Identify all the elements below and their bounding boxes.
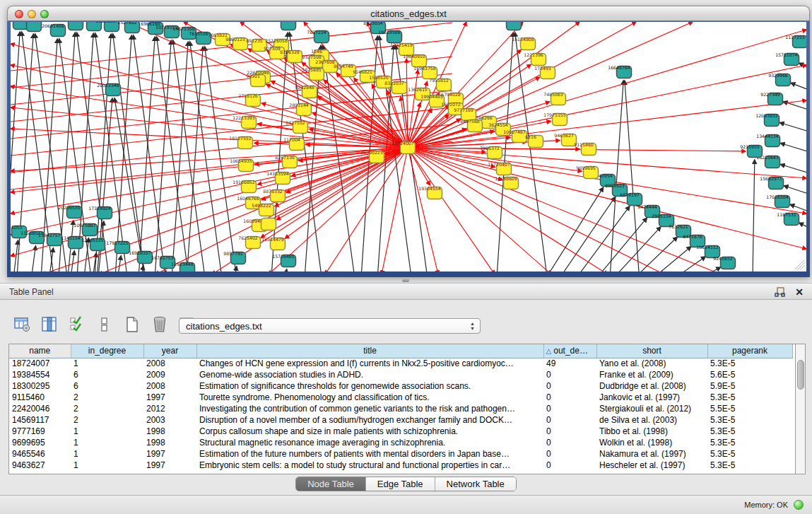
graph-node-yellow[interactable]: 9115460 bbox=[574, 142, 596, 156]
graph-node-yellow[interactable]: 2803144 bbox=[289, 103, 311, 116]
window-titlebar[interactable]: citations_edges.txt bbox=[7, 6, 810, 21]
graph-node-yellow[interactable]: 16154808 bbox=[512, 37, 535, 50]
graph-node-teal[interactable]: 7857224 bbox=[307, 30, 329, 43]
table-cell[interactable]: 0 bbox=[543, 392, 596, 403]
table-cell[interactable]: Structural magnetic resonance image aver… bbox=[196, 437, 543, 448]
table-cell[interactable]: Changes of HCN gene expression and I(f) … bbox=[196, 358, 543, 369]
graph-node-teal[interactable]: 16648784 bbox=[608, 65, 631, 78]
graph-node-teal[interactable]: 19218506 bbox=[378, 30, 401, 43]
table-cell[interactable]: 1 bbox=[71, 426, 143, 437]
column-header-title[interactable]: title bbox=[196, 344, 543, 358]
table-scrollbar-thumb[interactable] bbox=[797, 360, 804, 390]
graph-node-teal[interactable]: 9245652 bbox=[713, 256, 735, 269]
graph-node-teal[interactable]: 1145154 bbox=[61, 235, 83, 249]
table-cell[interactable]: 6 bbox=[71, 369, 143, 380]
column-header-in_degree[interactable]: in_degree bbox=[71, 344, 143, 358]
graph-node-yellow[interactable]: 7955812 bbox=[429, 78, 451, 91]
table-cell[interactable]: Wolkin et al. (1998) bbox=[596, 437, 707, 448]
graph-node-teal[interactable]: 20691406 bbox=[42, 23, 65, 37]
table-cell[interactable]: 9463627 bbox=[9, 460, 71, 471]
table-cell[interactable]: 2 bbox=[71, 414, 143, 426]
table-cell[interactable]: 9777169 bbox=[9, 426, 71, 437]
table-cell[interactable]: Stergiakouli et al. (2012) bbox=[596, 403, 707, 414]
table-cell[interactable]: 1 bbox=[71, 437, 143, 448]
table-cell[interactable]: 18300295 bbox=[9, 380, 71, 392]
canvas-resize-grip[interactable] bbox=[795, 260, 805, 270]
graph-node-teal[interactable]: 17957225 bbox=[106, 240, 129, 254]
table-cell[interactable]: 49 bbox=[543, 358, 596, 369]
table-cell[interactable]: 5.3E-5 bbox=[707, 460, 792, 471]
table-cell[interactable]: Investigating the contribution of common… bbox=[196, 403, 543, 414]
graph-node-teal[interactable]: 9329966 bbox=[768, 73, 790, 86]
table-row[interactable]: 946362711997Embryonic stem cells: a mode… bbox=[9, 460, 792, 471]
graph-node-teal[interactable]: 14055724 bbox=[11, 22, 28, 30]
graph-node-teal[interactable]: 1527602 bbox=[117, 22, 139, 33]
column-header-name[interactable]: name bbox=[9, 344, 71, 358]
table-cell[interactable]: 0 bbox=[543, 426, 596, 437]
table-cell[interactable]: 5.3E-5 bbox=[707, 426, 792, 437]
graph-node-teal[interactable]: 9215955 bbox=[740, 144, 762, 158]
table-cell[interactable]: Yano et al. (2008) bbox=[596, 358, 707, 369]
table-cell[interactable]: 9115460 bbox=[9, 392, 71, 403]
table-cell[interactable]: 0 bbox=[543, 403, 596, 414]
table-cell[interactable]: 1997 bbox=[143, 460, 196, 471]
table-cell[interactable]: 0 bbox=[543, 437, 596, 448]
table-cell[interactable]: 0 bbox=[543, 380, 596, 392]
table-row[interactable]: 1830029562008Estimation of significance … bbox=[9, 380, 792, 392]
table-cell[interactable]: Nakamura et al. (1997) bbox=[596, 448, 707, 460]
graph-node-teal[interactable]: 20053346 bbox=[97, 83, 120, 96]
graph-node-teal[interactable]: 12505135 bbox=[81, 238, 105, 251]
graph-node-yellow[interactable]: 8267130 bbox=[275, 155, 297, 168]
table-cell[interactable]: Estimation of the future numbers of pati… bbox=[196, 448, 543, 460]
table-row[interactable]: 2242004622012Investigating the contribut… bbox=[9, 403, 792, 414]
table-cell[interactable]: 5.3E-5 bbox=[707, 358, 792, 369]
graph-node-yellow[interactable]: 8878332 bbox=[263, 189, 285, 202]
graph-node-teal[interactable]: 15751074 bbox=[775, 52, 799, 66]
table-cell[interactable]: Tibbo et al. (1998) bbox=[596, 426, 707, 437]
graph-node-yellow[interactable] bbox=[261, 218, 276, 230]
table-cell[interactable]: Jankovic et al. (1997) bbox=[596, 392, 707, 403]
graph-node-yellow[interactable]: 25300223 bbox=[360, 150, 384, 163]
close-panel-icon[interactable]: ✕ bbox=[794, 286, 805, 298]
table-cell[interactable]: 9465546 bbox=[9, 448, 71, 460]
table-cell[interactable]: 0 bbox=[543, 448, 596, 460]
table-cell[interactable]: 1997 bbox=[143, 392, 196, 403]
graph-node-yellow[interactable]: 173493 bbox=[534, 66, 555, 79]
table-cell[interactable]: 19384554 bbox=[9, 369, 71, 380]
table-cell[interactable]: 5.9E-5 bbox=[707, 380, 792, 392]
graph-node-yellow[interactable]: 98901 bbox=[246, 74, 265, 87]
graph-node-teal[interactable]: 13444134 bbox=[756, 134, 779, 147]
tab-node-table[interactable]: Node Table bbox=[296, 477, 366, 491]
table-cell[interactable]: 2003 bbox=[143, 414, 196, 426]
table-cell[interactable]: Genome-wide association studies in ADHD. bbox=[196, 369, 543, 380]
table-row[interactable]: 1872400712008Changes of HCN gene express… bbox=[9, 358, 792, 369]
table-selector-dropdown[interactable]: citations_edges.txt ▲▼ bbox=[179, 318, 481, 334]
row-height-button[interactable] bbox=[95, 315, 114, 334]
table-row[interactable]: 969969511998Structural magnetic resonanc… bbox=[9, 437, 792, 448]
table-cell[interactable]: Tourette syndrome. Phenomenology and cla… bbox=[196, 392, 543, 403]
table-cell[interactable]: 2008 bbox=[143, 358, 196, 369]
graph-node-yellow[interactable]: 16914479 bbox=[261, 237, 285, 250]
table-cell[interactable]: 2012 bbox=[143, 403, 196, 414]
graph-node-teal[interactable]: 15716485 bbox=[272, 254, 295, 267]
table-cell[interactable]: 0 bbox=[543, 369, 596, 380]
table-cell[interactable]: Franke et al. (2009) bbox=[596, 369, 707, 380]
table-row[interactable]: 1456911722003Disruption of a novel membe… bbox=[9, 414, 792, 426]
table-cell[interactable]: 18724007 bbox=[9, 358, 71, 369]
graph-node-teal[interactable]: 10975887 bbox=[73, 223, 97, 236]
new-document-button[interactable] bbox=[123, 315, 141, 334]
table-cell[interactable]: 5.3E-5 bbox=[707, 437, 792, 448]
network-canvas[interactable]: 1405572420691406106532671527602696616010… bbox=[11, 22, 806, 271]
graph-node-yellow[interactable]: 1221396 bbox=[524, 52, 546, 66]
graph-node-teal[interactable]: 6879197 bbox=[620, 192, 642, 206]
table-cell[interactable]: 0 bbox=[543, 460, 596, 471]
table-cell[interactable]: 1998 bbox=[143, 426, 196, 437]
table-cell[interactable]: Estimation of significance thresholds fo… bbox=[196, 380, 543, 392]
table-row[interactable]: 946554611997Estimation of the future num… bbox=[9, 448, 792, 460]
table-row[interactable]: 911546021997Tourette syndrome. Phenomeno… bbox=[9, 392, 792, 403]
table-cell[interactable]: 5.5E-5 bbox=[707, 403, 792, 414]
graph-node-teal[interactable]: 15692971 bbox=[760, 176, 783, 189]
table-scrollbar[interactable] bbox=[795, 344, 806, 474]
table-cell[interactable]: Embryonic stem cells: a model to study s… bbox=[196, 460, 543, 471]
column-header-pagerank[interactable]: pagerank bbox=[707, 344, 792, 358]
